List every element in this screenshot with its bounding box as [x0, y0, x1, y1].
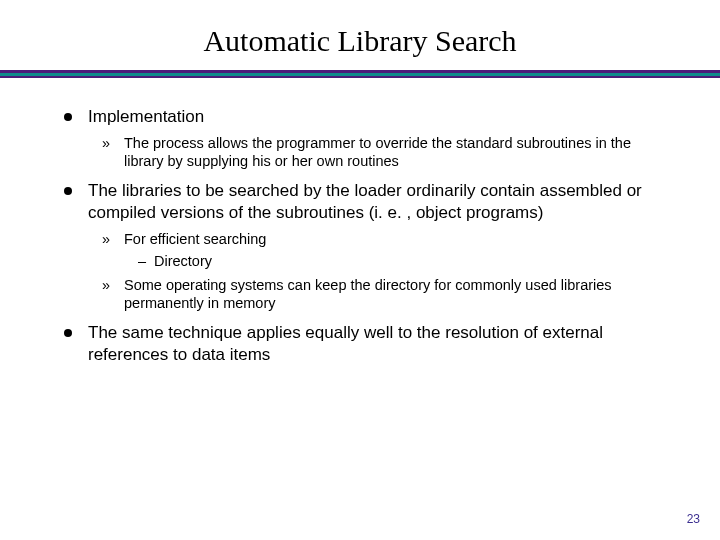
sub-list: For efficient searching Directory Some o…: [88, 230, 656, 313]
list-item: The same technique applies equally well …: [64, 322, 656, 366]
list-item-text: Some operating systems can keep the dire…: [124, 277, 612, 311]
page-number: 23: [687, 512, 700, 526]
slide-title: Automatic Library Search: [48, 24, 672, 58]
bullet-list: Implementation The process allows the pr…: [64, 106, 656, 366]
list-item: For efficient searching Directory: [102, 230, 656, 270]
list-item-text: The process allows the programmer to ove…: [124, 135, 631, 169]
list-item: Directory: [138, 252, 656, 270]
sub-sub-list: Directory: [124, 252, 656, 270]
list-item-text: Implementation: [88, 107, 204, 126]
list-item: The libraries to be searched by the load…: [64, 180, 656, 312]
list-item-text: The libraries to be searched by the load…: [88, 181, 642, 222]
slide: Automatic Library Search Implementation …: [0, 0, 720, 540]
divider-line-bot: [0, 76, 720, 78]
list-item-text: The same technique applies equally well …: [88, 323, 603, 364]
sub-list: The process allows the programmer to ove…: [88, 134, 656, 170]
list-item-text: For efficient searching: [124, 231, 266, 247]
list-item: The process allows the programmer to ove…: [102, 134, 656, 170]
list-item: Some operating systems can keep the dire…: [102, 276, 656, 312]
content: Implementation The process allows the pr…: [48, 106, 672, 366]
divider: [0, 70, 720, 78]
list-item: Implementation The process allows the pr…: [64, 106, 656, 170]
list-item-text: Directory: [154, 253, 212, 269]
